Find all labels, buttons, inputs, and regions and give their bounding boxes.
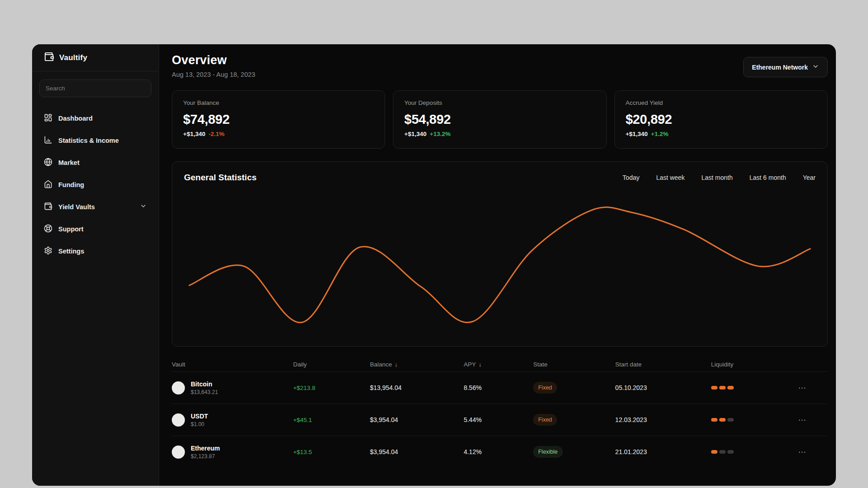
state-badge: Fixed	[533, 414, 557, 426]
vault-name: Ethereum	[191, 445, 220, 452]
home-icon	[44, 180, 52, 190]
row-menu-ellipsis-icon[interactable]: ⋯	[777, 383, 828, 393]
sidebar-menu: Dashboard Statistics & Income Market	[32, 107, 159, 262]
liquidity-indicator	[711, 386, 778, 389]
vaults-table: Vault Daily Balance↓ APY↓ State Start da…	[172, 357, 828, 468]
stat-card-value: $20,892	[626, 112, 816, 127]
delta-absolute: +$1,340	[404, 131, 426, 137]
column-header-balance[interactable]: Balance↓	[370, 361, 463, 368]
apy-value: 5.44%	[464, 416, 533, 423]
filter-year[interactable]: Year	[803, 174, 816, 181]
vault-price: $2,123.87	[191, 453, 220, 460]
stat-card-label: Your Deposits	[404, 99, 595, 106]
delta-percent: +13.2%	[430, 131, 451, 137]
balance-value: $13,954.04	[370, 384, 463, 391]
filter-today[interactable]: Today	[623, 174, 639, 181]
column-header-start-date[interactable]: Start date	[615, 361, 711, 368]
sidebar-item-label: Statistics & Income	[58, 137, 119, 144]
globe-icon	[44, 158, 52, 168]
chevron-down-icon	[812, 63, 819, 71]
row-menu-ellipsis-icon[interactable]: ⋯	[777, 447, 828, 457]
table-row-usdt[interactable]: USDT $1.00 +$45.1 $3,954.04 5.44% Fixed …	[172, 404, 828, 436]
network-selector-button[interactable]: Ethereum Network	[743, 57, 828, 77]
network-selector-label: Ethereum Network	[752, 64, 808, 71]
vault-price: $13,643.21	[191, 389, 218, 395]
stat-card-accrued-yield: Accrued Yield $20,892 +$1,340 +1.2%	[614, 90, 828, 149]
chevron-down-icon[interactable]	[140, 202, 147, 211]
stat-card-deposits: Your Deposits $54,892 +$1,340 +13.2%	[393, 90, 606, 149]
table-row-ethereum[interactable]: Ethereum $2,123.87 +$13.5 $3,954.04 4.12…	[172, 436, 828, 468]
start-date: 21.01.2023	[615, 448, 711, 455]
delta-percent: +1.2%	[651, 131, 669, 137]
wallet-icon	[44, 52, 54, 64]
sidebar-item-label: Market	[58, 159, 80, 166]
stat-cards: Your Balance $74,892 +$1,340 -2.1% Your …	[172, 90, 828, 149]
wallet-icon	[44, 202, 52, 212]
stat-card-value: $74,892	[183, 112, 374, 127]
date-range: Aug 13, 2023 - Aug 18, 2023	[172, 71, 255, 78]
stat-card-balance: Your Balance $74,892 +$1,340 -2.1%	[172, 90, 385, 149]
sidebar-item-label: Yield Vaults	[58, 203, 95, 211]
vault-name: Bitcoin	[191, 380, 218, 388]
sidebar-item-label: Funding	[58, 181, 84, 188]
column-header-daily[interactable]: Daily	[293, 361, 370, 368]
app-logo: Vaultify	[32, 44, 159, 71]
coin-avatar	[172, 381, 185, 394]
sidebar-item-dashboard[interactable]: Dashboard	[32, 107, 159, 129]
daily-change: +$13.5	[293, 449, 370, 455]
sidebar-item-settings[interactable]: Settings	[32, 240, 159, 262]
sort-desc-icon: ↓	[479, 361, 482, 368]
sidebar-item-label: Settings	[58, 248, 84, 255]
sidebar-item-yield-vaults[interactable]: Yield Vaults	[32, 196, 159, 218]
delta-absolute: +$1,340	[183, 131, 205, 137]
filter-last-6-month[interactable]: Last 6 month	[750, 174, 786, 181]
column-header-liquidity[interactable]: Liquidity	[711, 361, 778, 368]
gear-icon	[44, 246, 52, 256]
sidebar-item-label: Support	[58, 225, 84, 233]
daily-change: +$213.8	[293, 385, 370, 391]
search-box[interactable]	[39, 80, 151, 97]
balance-value: $3,954.04	[370, 416, 463, 423]
search-input[interactable]	[46, 85, 145, 92]
table-row-bitcoin[interactable]: Bitcoin $13,643.21 +$213.8 $13,954.04 8.…	[172, 371, 828, 404]
table-header: Vault Daily Balance↓ APY↓ State Start da…	[172, 357, 828, 371]
sidebar-item-market[interactable]: Market	[32, 151, 159, 174]
column-header-state[interactable]: State	[533, 361, 615, 368]
general-statistics-panel: General Statistics Today Last week Last …	[172, 161, 828, 347]
statistics-line-chart	[184, 187, 816, 347]
delta-percent: -2.1%	[208, 131, 224, 137]
sidebar-item-statistics-income[interactable]: Statistics & Income	[32, 129, 159, 151]
sidebar-item-support[interactable]: Support	[32, 218, 159, 240]
coin-avatar	[172, 446, 185, 459]
column-header-apy[interactable]: APY↓	[464, 361, 533, 368]
lifebuoy-icon	[44, 224, 52, 234]
sort-desc-icon: ↓	[395, 361, 398, 368]
filter-last-month[interactable]: Last month	[702, 174, 733, 181]
stat-card-label: Accrued Yield	[626, 99, 816, 106]
vault-price: $1.00	[191, 421, 208, 427]
page-header: Overview Aug 13, 2023 - Aug 18, 2023 Eth…	[172, 53, 828, 78]
stat-card-label: Your Balance	[183, 99, 374, 106]
column-header-vault[interactable]: Vault	[172, 361, 293, 368]
state-badge: Fixed	[533, 382, 557, 394]
page-title: Overview	[172, 53, 255, 67]
stat-card-delta: +$1,340 -2.1%	[183, 131, 374, 137]
daily-change: +$45.1	[293, 417, 370, 423]
dashboard-grid-icon	[44, 113, 52, 123]
main-content: Overview Aug 13, 2023 - Aug 18, 2023 Eth…	[159, 44, 836, 486]
row-menu-ellipsis-icon[interactable]: ⋯	[777, 415, 828, 425]
liquidity-indicator	[711, 450, 778, 454]
app-name: Vaultify	[59, 53, 87, 62]
bar-chart-icon	[44, 136, 52, 145]
sidebar: Vaultify Dashboard	[32, 44, 159, 486]
stat-card-delta: +$1,340 +1.2%	[626, 131, 816, 137]
app-window: Vaultify Dashboard	[32, 44, 836, 486]
liquidity-indicator	[711, 418, 778, 422]
filter-last-week[interactable]: Last week	[656, 174, 684, 181]
time-range-filters: Today Last week Last month Last 6 month …	[623, 174, 816, 181]
sidebar-item-label: Dashboard	[58, 115, 93, 122]
sidebar-item-funding[interactable]: Funding	[32, 174, 159, 196]
apy-value: 8.56%	[464, 384, 533, 391]
apy-value: 4.12%	[464, 448, 533, 455]
coin-avatar	[172, 413, 185, 427]
